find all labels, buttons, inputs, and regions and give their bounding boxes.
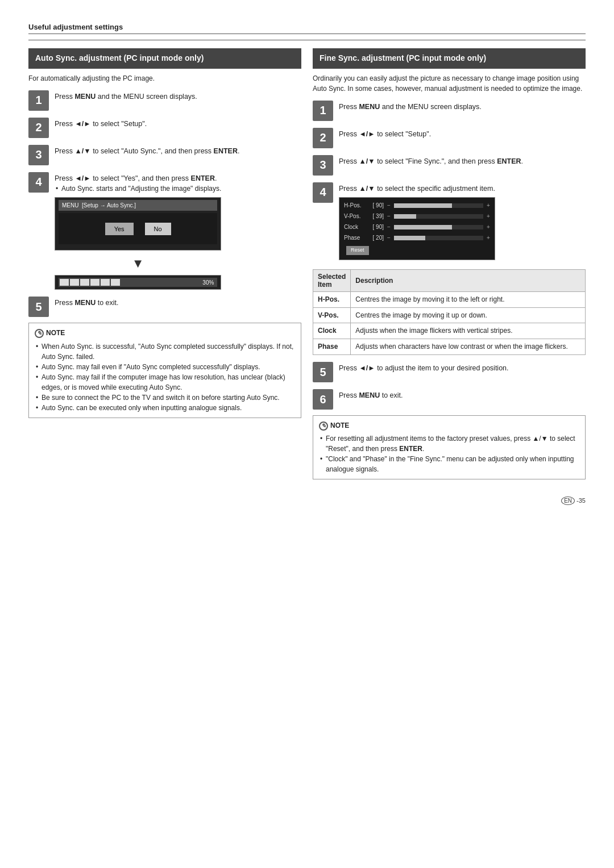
fine-step-2: 2 Press ◄/► to select "Setup". [313, 127, 586, 148]
auto-step-3-number: 3 [28, 145, 49, 165]
sync-clock-label: Clock [344, 223, 364, 231]
vpos-item: V-Pos. [313, 307, 351, 323]
sync-phase-fill [394, 236, 425, 240]
sync-hpos-label: H-Pos. [344, 201, 364, 210]
phase-item: Phase [313, 339, 351, 355]
sync-hpos-row: H-Pos. [ 90] − + [342, 200, 492, 211]
auto-note-5: Auto Sync. can be executed only when inp… [42, 403, 295, 413]
section-header: Useful adjustment settings [28, 23, 586, 34]
auto-sync-note-header: ✎ NOTE [35, 328, 295, 339]
auto-note-2: Auto Sync. may fail even if "Auto Sync c… [42, 362, 295, 372]
fine-sync-section: Fine Sync. adjustment (PC input mode onl… [313, 48, 586, 479]
auto-sync-note: ✎ NOTE When Auto Sync. is successful, "A… [28, 323, 301, 418]
hpos-item: H-Pos. [313, 291, 351, 307]
vpos-desc: Centres the image by moving it up or dow… [351, 307, 586, 323]
auto-step-5-content: Press MENU to exit. [55, 295, 119, 308]
down-arrow: ▼ [55, 254, 221, 273]
fine-step-1-number: 1 [313, 101, 333, 121]
fine-note-1: For resetting all adjustment items to th… [326, 433, 579, 454]
auto-step-2-content: Press ◄/► to select "Setup". [55, 116, 147, 130]
fine-step-5: 5 Press ◄/► to adjust the item to your d… [313, 361, 586, 382]
sync-reset-row: Reset [342, 243, 492, 257]
auto-step-1-number: 1 [28, 90, 49, 111]
description-table: Selected Item Description H-Pos. Centres… [313, 269, 586, 355]
sync-hpos-value: [ 90] [368, 201, 384, 210]
progress-pct: 30% [202, 278, 216, 287]
seg-2 [70, 279, 79, 286]
table-row: V-Pos. Centres the image by moving it up… [313, 307, 586, 323]
fine-sync-title: Fine Sync. adjustment (PC input mode onl… [313, 48, 586, 69]
sync-phase-value: [ 20] [368, 233, 384, 242]
sync-vpos-value: [ 39] [368, 212, 384, 220]
sync-vpos-plus: + [487, 212, 490, 220]
fine-step-3-content: Press ▲/▼ to select "Fine Sync.", and th… [339, 154, 523, 167]
header-divider [28, 40, 586, 40]
auto-step-3: 3 Press ▲/▼ to select "Auto Sync.", and … [28, 144, 301, 165]
sync-phase-minus: − [387, 233, 391, 242]
menu-no-btn: No [145, 223, 171, 236]
sync-reset-btn: Reset [346, 246, 369, 255]
col1-header: Selected Item [313, 269, 351, 291]
fine-step-2-number: 2 [313, 128, 333, 148]
seg-6 [111, 279, 120, 286]
menu-dark-area: Yes No [59, 213, 217, 244]
fine-sync-note: ✎ NOTE For resetting all adjustment item… [313, 415, 586, 479]
fine-sync-note-header: ✎ NOTE [319, 420, 579, 431]
fine-step-1: 1 Press MENU and the MENU screen display… [313, 99, 586, 121]
fine-sync-screenshot: H-Pos. [ 90] − + V-Pos. [ 39] − [339, 197, 495, 260]
fine-step-5-number: 5 [313, 362, 333, 382]
auto-note-3: Auto Sync. may fail if the computer imag… [42, 372, 295, 393]
auto-step-4-content: Press ◄/► to select "Yes", and then pres… [55, 171, 221, 290]
sync-phase-row: Phase [ 20] − + [342, 232, 492, 243]
auto-step-5-number: 5 [28, 297, 49, 317]
auto-step-2: 2 Press ◄/► to select "Setup". [28, 116, 301, 138]
fine-step-5-content: Press ◄/► to adjust the item to your des… [339, 361, 509, 374]
fine-step-6-content: Press MENU to exit. [339, 388, 403, 401]
table-row: Phase Adjusts when characters have low c… [313, 339, 586, 355]
table-row: Clock Adjusts when the image flickers wi… [313, 323, 586, 339]
two-column-layout: Auto Sync. adjustment (PC input mode onl… [28, 48, 586, 479]
fine-step-4: 4 Press ▲/▼ to select the specific adjus… [313, 181, 586, 264]
sync-clock-plus: + [487, 223, 490, 231]
sync-clock-bar [394, 225, 483, 229]
auto-sync-menu-screenshot: MENU [Setup → Auto Sync.] Yes No [55, 197, 221, 251]
page-num-circle: EN [561, 496, 575, 505]
auto-step-3-content: Press ▲/▼ to select "Auto Sync.", and th… [55, 144, 239, 157]
page-num-text: -35 [576, 497, 586, 504]
auto-step-2-number: 2 [28, 118, 49, 138]
note-label: NOTE [46, 328, 65, 339]
sync-hpos-minus: − [387, 201, 391, 210]
sync-vpos-bar [394, 214, 483, 219]
fine-step-4-content: Press ▲/▼ to select the specific adjustm… [339, 181, 495, 264]
auto-step-4: 4 Press ◄/► to select "Yes", and then pr… [28, 171, 301, 290]
seg-4 [90, 279, 99, 286]
sync-vpos-fill [394, 214, 416, 219]
auto-step-4-bullet: Auto Sync. starts and "Adjusting the ima… [61, 183, 221, 194]
auto-sync-intro: For automatically adjusting the PC image… [28, 73, 301, 84]
seg-1 [60, 279, 69, 286]
sync-clock-fill [394, 225, 452, 229]
sync-clock-value: [ 90] [368, 223, 384, 231]
seg-3 [80, 279, 89, 286]
note-icon: ✎ [35, 329, 44, 338]
auto-sync-title: Auto Sync. adjustment (PC input mode onl… [28, 48, 301, 69]
auto-step-1: 1 Press MENU and the MENU screen display… [28, 89, 301, 111]
fine-sync-intro: Ordinarily you can easily adjust the pic… [313, 73, 586, 94]
page-number: EN -35 [28, 496, 586, 505]
clock-desc: Adjusts when the image flickers with ver… [351, 323, 586, 339]
sync-vpos-row: V-Pos. [ 39] − + [342, 211, 492, 222]
fine-step-6-number: 6 [313, 389, 333, 410]
hpos-desc: Centres the image by moving it to the le… [351, 291, 586, 307]
fine-step-1-content: Press MENU and the MENU screen displays. [339, 99, 482, 112]
fine-note-label: NOTE [330, 420, 349, 431]
fine-step-3-number: 3 [313, 155, 333, 176]
auto-sync-section: Auto Sync. adjustment (PC input mode onl… [28, 48, 301, 479]
sync-hpos-bar [394, 203, 483, 208]
clock-item: Clock [313, 323, 351, 339]
fine-step-6: 6 Press MENU to exit. [313, 388, 586, 410]
progress-bar: 30% [59, 278, 217, 287]
sync-vpos-label: V-Pos. [344, 212, 364, 220]
auto-sync-progress-screenshot: 30% [55, 275, 221, 290]
sync-phase-bar [394, 236, 483, 240]
menu-topbar-label: MENU [Setup → Auto Sync.] [59, 200, 217, 211]
